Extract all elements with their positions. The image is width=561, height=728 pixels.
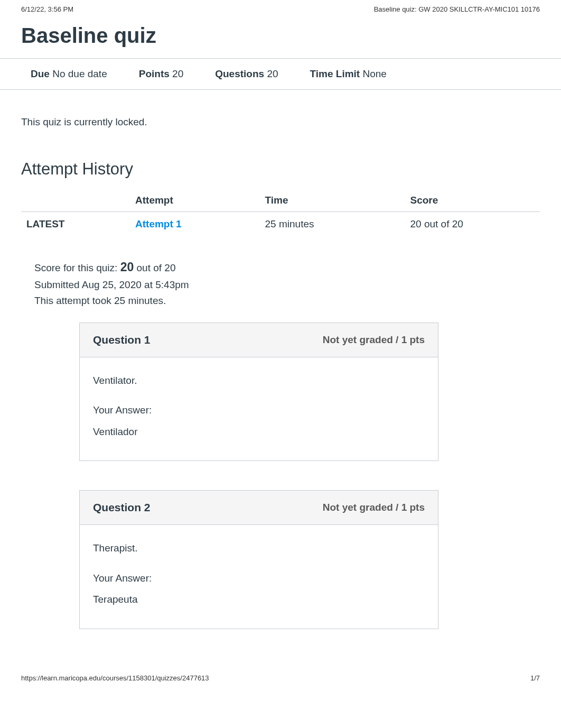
- print-footer: https://learn.maricopa.edu/courses/11583…: [0, 658, 561, 687]
- print-doc-title: Baseline quiz: GW 2020 SKILLCTR-AY-MIC10…: [374, 5, 540, 13]
- attempt-history-table: Attempt Time Score LATEST Attempt 1 25 m…: [21, 189, 540, 236]
- question-header: Question 1 Not yet graded / 1 pts: [80, 323, 438, 357]
- attempt-history-title: Attempt History: [0, 144, 561, 189]
- table-row: LATEST Attempt 1 25 minutes 20 out of 20: [21, 212, 540, 237]
- question-body: Therapist. Your Answer: Terapeuta: [80, 525, 438, 629]
- meta-points-value: 20: [172, 68, 183, 79]
- question-header: Question 2 Not yet graded / 1 pts: [80, 491, 438, 525]
- question-card: Question 1 Not yet graded / 1 pts Ventil…: [79, 322, 438, 462]
- print-url: https://learn.maricopa.edu/courses/11583…: [21, 674, 209, 682]
- quiz-meta-bar: Due No due date Points 20 Questions 20 T…: [0, 58, 561, 90]
- meta-due-label: Due: [31, 68, 50, 79]
- question-prompt: Therapist.: [93, 541, 425, 556]
- question-points: Not yet graded / 1 pts: [323, 502, 425, 513]
- attempt-time: 25 minutes: [265, 212, 410, 237]
- locked-message: This quiz is currently locked.: [0, 90, 561, 144]
- your-answer-text: Terapeuta: [93, 592, 425, 607]
- meta-due: Due No due date: [31, 68, 107, 80]
- table-header-attempt: Attempt: [135, 189, 265, 212]
- table-header-time: Time: [265, 189, 410, 212]
- meta-time-limit: Time Limit None: [310, 68, 387, 80]
- meta-time-limit-label: Time Limit: [310, 68, 360, 79]
- print-header: 6/12/22, 3:56 PM Baseline quiz: GW 2020 …: [0, 0, 561, 16]
- question-prompt: Ventilator.: [93, 373, 425, 389]
- meta-points: Points 20: [139, 68, 183, 80]
- attempt-score: 20 out of 20: [410, 212, 540, 237]
- meta-questions: Questions 20: [215, 68, 278, 80]
- meta-points-label: Points: [139, 68, 170, 79]
- print-page-number: 1/7: [530, 674, 540, 682]
- question-title: Question 2: [93, 501, 151, 514]
- meta-questions-value: 20: [267, 68, 278, 79]
- your-answer-label: Your Answer:: [93, 403, 425, 418]
- attempt-status: LATEST: [21, 212, 135, 237]
- meta-time-limit-value: None: [362, 68, 386, 79]
- page-title: Baseline quiz: [0, 16, 561, 58]
- your-answer-label: Your Answer:: [93, 571, 425, 586]
- score-line: Score for this quiz: 20 out of 20: [34, 257, 529, 277]
- question-points: Not yet graded / 1 pts: [323, 334, 425, 346]
- question-title: Question 1: [93, 334, 151, 346]
- duration-line: This attempt took 25 minutes.: [34, 293, 529, 309]
- score-value: 20: [120, 260, 134, 274]
- score-prefix: Score for this quiz:: [34, 262, 120, 273]
- table-header-empty: [21, 189, 135, 212]
- print-timestamp: 6/12/22, 3:56 PM: [21, 5, 73, 13]
- score-suffix: out of 20: [134, 262, 175, 273]
- questions-container: Question 1 Not yet graded / 1 pts Ventil…: [0, 322, 561, 629]
- meta-due-value: No due date: [52, 68, 107, 79]
- attempt-link[interactable]: Attempt 1: [135, 218, 182, 229]
- meta-questions-label: Questions: [215, 68, 264, 79]
- score-summary: Score for this quiz: 20 out of 20 Submit…: [0, 236, 561, 322]
- question-body: Ventilator. Your Answer: Ventilador: [80, 357, 438, 461]
- submitted-line: Submitted Aug 25, 2020 at 5:43pm: [34, 277, 529, 293]
- question-card: Question 2 Not yet graded / 1 pts Therap…: [79, 490, 438, 629]
- table-header-score: Score: [410, 189, 540, 212]
- your-answer-text: Ventilador: [93, 425, 425, 440]
